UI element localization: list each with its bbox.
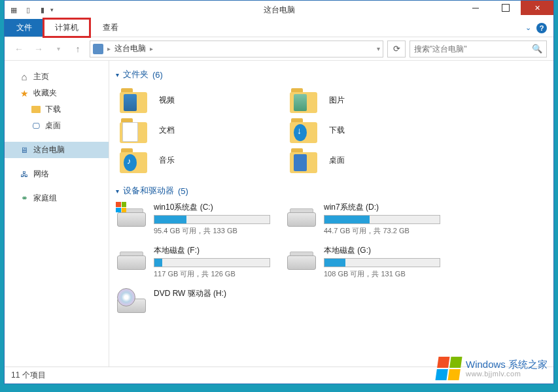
- downloads-folder-icon: [288, 117, 320, 143]
- watermark: Windows 系统之家 www.bjjmlv.com: [437, 357, 548, 380]
- status-item-count: 11 个项目: [11, 370, 46, 381]
- chevron-down-icon: ▾: [116, 71, 119, 78]
- folder-label: 图片: [329, 95, 345, 106]
- folder-label: 桌面: [329, 155, 345, 166]
- quick-access-toolbar: ▦ ▯ ▮ ▾: [5, 3, 58, 16]
- chevron-down-icon: ▾: [116, 188, 119, 195]
- sidebar-item-home[interactable]: 主页: [5, 69, 109, 85]
- sidebar-label: 网络: [33, 169, 49, 180]
- tab-computer[interactable]: 计算机: [43, 18, 91, 38]
- folder-label: 视频: [159, 95, 175, 106]
- address-bar[interactable]: ▸ 这台电脑 ▸ ▾: [90, 41, 383, 57]
- sidebar-label: 收藏夹: [33, 88, 57, 99]
- navigation-pane: 主页 收藏夹 下载 桌面 这台电脑 网络 家庭组: [5, 61, 109, 367]
- watermark-brand: Windows: [466, 359, 506, 370]
- star-icon: [19, 88, 29, 99]
- address-dropdown-icon[interactable]: ▾: [377, 45, 380, 52]
- folder-video[interactable]: 视频: [116, 86, 279, 114]
- sidebar-item-downloads[interactable]: 下载: [5, 101, 109, 118]
- music-folder-icon: [118, 147, 150, 173]
- folder-documents[interactable]: 文档: [116, 116, 279, 144]
- drive-free-text: 95.4 GB 可用，共 133 GB: [154, 226, 270, 236]
- folder-label: 文档: [159, 125, 175, 136]
- ribbon-menu: 文件 计算机 查看 ⌄ ?: [5, 19, 553, 37]
- group-label: 设备和驱动器: [123, 185, 174, 197]
- drive-name: win7系统盘 (D:): [324, 202, 440, 213]
- hdd-icon: [286, 245, 317, 271]
- maximize-button[interactable]: [491, 1, 521, 15]
- network-icon: [19, 169, 29, 180]
- group-header-devices[interactable]: ▾ 设备和驱动器 (5): [116, 181, 543, 202]
- pc-icon: [19, 145, 29, 155]
- sidebar-item-network[interactable]: 网络: [5, 166, 109, 182]
- drive-name: 本地磁盘 (F:): [154, 245, 270, 256]
- watermark-site: 系统之家: [508, 359, 548, 370]
- up-button[interactable]: ↑: [70, 41, 86, 57]
- drive-free-text: 117 GB 可用，共 126 GB: [154, 269, 270, 279]
- new-folder-icon[interactable]: ▯: [22, 3, 35, 16]
- sidebar-label: 下载: [45, 104, 61, 115]
- sidebar-item-favorites[interactable]: 收藏夹: [5, 85, 109, 101]
- drive-usage-bar: [154, 258, 270, 267]
- folder-icon[interactable]: ▮: [36, 3, 49, 16]
- forward-button[interactable]: →: [31, 41, 46, 57]
- desktop-icon: [31, 121, 41, 131]
- folder-label: 音乐: [159, 155, 175, 166]
- sidebar-label: 家庭组: [33, 193, 57, 204]
- folder-music[interactable]: 音乐: [116, 146, 279, 174]
- dvd-drive-icon: [116, 288, 147, 314]
- drive-usage-bar: [324, 258, 440, 267]
- hdd-icon: [286, 202, 317, 228]
- group-header-folders[interactable]: ▾ 文件夹 (6): [116, 65, 543, 86]
- hdd-icon: [116, 245, 147, 271]
- drive-hdd[interactable]: win7系统盘 (D:) 44.7 GB 可用，共 73.2 GB: [286, 202, 449, 236]
- drive-hdd[interactable]: 本地磁盘 (F:) 117 GB 可用，共 126 GB: [116, 245, 279, 279]
- folder-icon: [31, 105, 41, 115]
- watermark-url: www.bjjmlv.com: [466, 370, 548, 378]
- drive-hdd[interactable]: 本地磁盘 (G:) 108 GB 可用，共 131 GB: [286, 245, 449, 279]
- drive-usage-bar: [154, 215, 270, 224]
- location-icon: [93, 44, 103, 54]
- drive-free-text: 108 GB 可用，共 131 GB: [324, 269, 440, 279]
- breadcrumb-location[interactable]: 这台电脑: [114, 43, 146, 54]
- folder-label: 下载: [329, 125, 345, 136]
- breadcrumb-sep-icon[interactable]: ▸: [107, 45, 111, 52]
- drive-name: DVD RW 驱动器 (H:): [154, 288, 226, 299]
- folder-pictures[interactable]: 图片: [286, 86, 449, 114]
- sidebar-item-this-pc[interactable]: 这台电脑: [5, 142, 109, 158]
- qat-dropdown-icon[interactable]: ▾: [50, 7, 58, 13]
- homegroup-icon: [19, 193, 29, 204]
- navigation-bar: ← → ▾ ↑ ▸ 这台电脑 ▸ ▾ ⟳ 🔍: [5, 37, 553, 61]
- drive-optical[interactable]: DVD RW 驱动器 (H:): [116, 288, 279, 314]
- sidebar-item-homegroup[interactable]: 家庭组: [5, 190, 109, 206]
- content-pane: ▾ 文件夹 (6) 视频 图片 文档 下载 音乐 桌面 ▾ 设备和驱动器 (5): [109, 61, 553, 367]
- explorer-window: ▦ ▯ ▮ ▾ 这台电脑 文件 计算机 查看 ⌄ ? ← → ▾ ↑ ▸ 这台电…: [4, 0, 554, 384]
- help-icon[interactable]: ?: [536, 23, 547, 33]
- sidebar-item-desktop[interactable]: 桌面: [5, 118, 109, 134]
- ribbon-expand-icon[interactable]: ⌄: [525, 24, 531, 32]
- pictures-folder-icon: [288, 87, 320, 113]
- tab-file[interactable]: 文件: [5, 19, 44, 37]
- refresh-button[interactable]: ⟳: [387, 41, 406, 57]
- group-label: 文件夹: [123, 69, 148, 80]
- breadcrumb-sep-icon[interactable]: ▸: [150, 45, 153, 52]
- folder-desktop[interactable]: 桌面: [286, 146, 449, 174]
- search-icon[interactable]: 🔍: [532, 44, 542, 54]
- sidebar-label: 这台电脑: [33, 144, 65, 155]
- search-box[interactable]: 🔍: [410, 41, 547, 57]
- close-button[interactable]: [521, 1, 553, 15]
- properties-icon[interactable]: ▦: [7, 3, 20, 16]
- recent-dropdown-icon[interactable]: ▾: [50, 41, 66, 57]
- back-button[interactable]: ←: [11, 41, 27, 57]
- drive-name: 本地磁盘 (G:): [324, 245, 440, 256]
- search-input[interactable]: [414, 44, 532, 54]
- desktop-folder-icon: [288, 147, 320, 173]
- minimize-button[interactable]: [461, 1, 491, 15]
- tab-view[interactable]: 查看: [91, 19, 130, 37]
- home-icon: [19, 72, 29, 82]
- drive-usage-bar: [324, 215, 440, 224]
- sidebar-label: 主页: [33, 71, 49, 82]
- folder-downloads[interactable]: 下载: [286, 116, 449, 144]
- window-title: 这台电脑: [264, 5, 295, 16]
- drive-hdd[interactable]: win10系统盘 (C:) 95.4 GB 可用，共 133 GB: [116, 202, 279, 236]
